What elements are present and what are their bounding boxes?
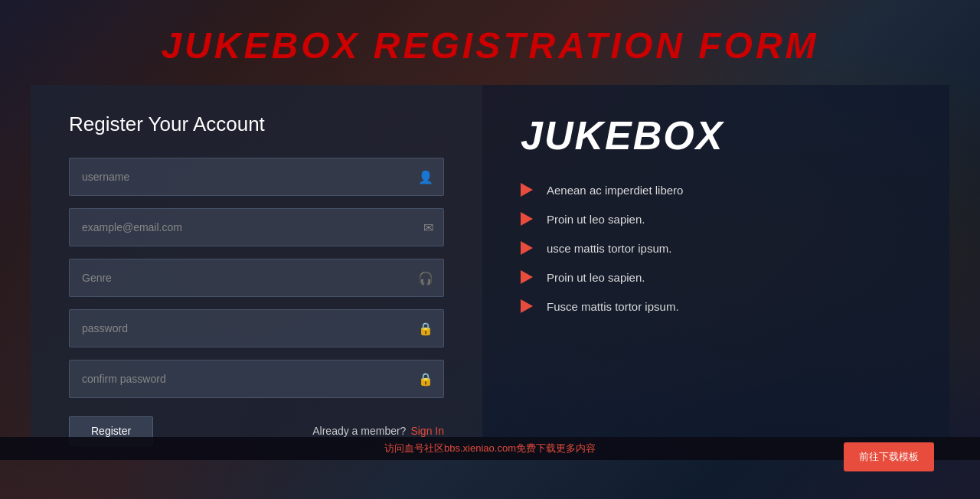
email-field-group: ✉ <box>69 208 444 246</box>
password-field-group: 🔒 <box>69 309 444 347</box>
email-input[interactable] <box>69 208 444 246</box>
info-panel: JUKEBOX Aenean ac imperdiet libero Proin… <box>482 85 949 437</box>
genre-field-group: 🎧 <box>69 259 444 297</box>
genre-input[interactable] <box>69 259 444 297</box>
play-arrow-icon <box>521 183 533 197</box>
list-item: usce mattis tortor ipsum. <box>521 241 911 255</box>
bottom-bar: 访问血号社区bbs.xieniao.com免费下载更多内容 <box>0 437 980 460</box>
jukebox-title: JUKEBOX <box>521 113 911 158</box>
list-item: Fusce mattis tortor ipsum. <box>521 299 911 313</box>
username-field-group: 👤 <box>69 158 444 196</box>
list-item: Proin ut leo sapien. <box>521 270 911 284</box>
list-item: Aenean ac imperdiet libero <box>521 183 911 197</box>
play-arrow-icon <box>521 299 533 313</box>
sign-in-link[interactable]: Sign In <box>410 425 444 437</box>
feature-text-2: Proin ut leo sapien. <box>547 213 645 226</box>
password-input[interactable] <box>69 309 444 347</box>
main-container: Register Your Account 👤 ✉ 🎧 🔒 🔒 Register… <box>31 85 949 437</box>
download-template-button[interactable]: 前往下载模板 <box>844 442 934 471</box>
confirm-password-input[interactable] <box>69 360 444 398</box>
already-member-text: Already a member? <box>312 425 406 437</box>
form-panel: Register Your Account 👤 ✉ 🎧 🔒 🔒 Register… <box>31 85 482 437</box>
form-heading: Register Your Account <box>69 113 444 136</box>
list-item: Proin ut leo sapien. <box>521 212 911 226</box>
username-input[interactable] <box>69 158 444 196</box>
play-arrow-icon <box>521 270 533 284</box>
bottom-bar-text: 访问血号社区bbs.xieniao.com免费下载更多内容 <box>384 442 596 454</box>
confirm-password-field-group: 🔒 <box>69 360 444 398</box>
play-arrow-icon <box>521 241 533 255</box>
feature-text-5: Fusce mattis tortor ipsum. <box>547 300 679 313</box>
feature-text-1: Aenean ac imperdiet libero <box>547 184 683 197</box>
feature-text-4: Proin ut leo sapien. <box>547 271 645 284</box>
page-title: JUKEBOX REGISTRATION FORM <box>0 0 980 85</box>
feature-list: Aenean ac imperdiet libero Proin ut leo … <box>521 183 911 313</box>
play-arrow-icon <box>521 212 533 226</box>
feature-text-3: usce mattis tortor ipsum. <box>547 242 671 255</box>
